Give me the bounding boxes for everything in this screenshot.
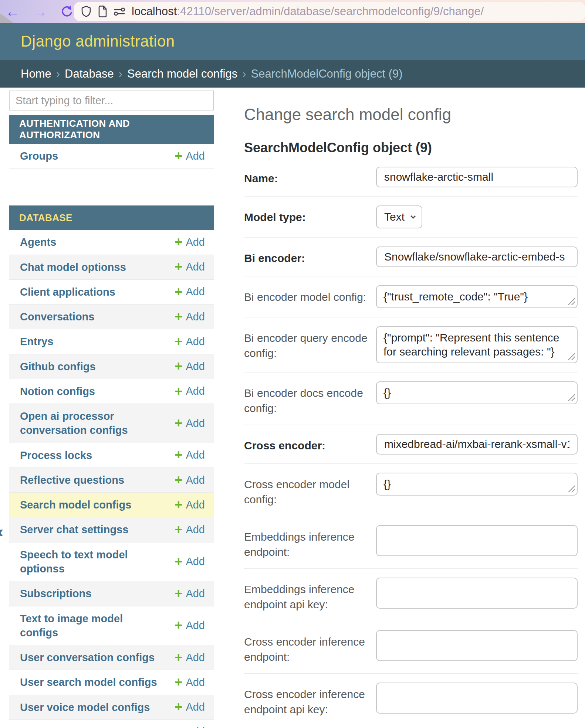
sidebar-item-groups[interactable]: Groups + Add — [9, 144, 214, 169]
sidebar-item-label[interactable]: Server chat settingss — [20, 523, 128, 537]
add-open-ai-processor-conversation-configs-button[interactable]: + Add — [175, 417, 205, 429]
forward-button[interactable]: → — [33, 4, 47, 19]
sidebar-item-user-conversation-configs[interactable]: User conversation configs + Add — [9, 645, 214, 670]
bi-encoder-model-config-textarea[interactable]: {"trust_remote_code": "True"} — [376, 285, 578, 308]
plus-icon: + — [175, 312, 182, 322]
field-row-bi-encoder-model-config: Bi encoder model config: {"trust_remote_… — [244, 276, 578, 317]
breadcrumb-search-model-configs[interactable]: Search model configs — [127, 67, 237, 81]
cross-encoder-inference-endpoint-input[interactable] — [376, 630, 578, 661]
sidebar-item-label[interactable]: Text to image model configs — [20, 612, 160, 640]
sidebar-item-label[interactable]: Users — [20, 725, 50, 728]
name-input[interactable] — [376, 167, 578, 187]
add-entrys-button[interactable]: + Add — [175, 336, 205, 348]
sidebar-item-github-configs[interactable]: Github configs + Add — [9, 354, 214, 379]
sidebar-item-notion-configs[interactable]: Notion configs + Add — [9, 379, 214, 404]
sidebar-item-label[interactable]: Process locks — [20, 448, 92, 462]
plus-icon: + — [175, 702, 182, 712]
plus-icon: + — [175, 727, 182, 728]
page-title: Change search model config — [244, 105, 578, 124]
add-text-to-image-model-configs-button[interactable]: + Add — [175, 619, 205, 632]
add-users-button[interactable]: + Add — [175, 726, 205, 728]
sidebar-item-label[interactable]: Notion configs — [20, 384, 95, 398]
sidebar-item-label[interactable]: Subscriptions — [20, 586, 91, 601]
plus-icon: + — [175, 588, 182, 599]
sidebar-collapse-toggle[interactable]: ‹ — [0, 523, 3, 540]
sidebar-item-chat-model-optionss[interactable]: Chat model optionss + Add — [9, 255, 214, 280]
sidebar-item-label[interactable]: User search model configs — [20, 675, 157, 689]
cross-encoder-model-config-textarea[interactable]: {} — [376, 473, 578, 496]
sidebar-item-label[interactable]: Search model configs — [20, 498, 131, 512]
embeddings-inference-endpoint-input[interactable] — [376, 525, 578, 556]
sidebar-item-users[interactable]: Users + Add — [9, 720, 214, 728]
sidebar-item-reflective-questions[interactable]: Reflective questions + Add — [9, 468, 214, 493]
add-reflective-questions-button[interactable]: + Add — [175, 474, 205, 486]
sidebar-item-text-to-image-model-configs[interactable]: Text to image model configs + Add — [9, 606, 214, 646]
plus-icon: + — [175, 524, 182, 535]
sidebar-item-label[interactable]: User conversation configs — [20, 650, 155, 664]
section-header-auth: AUTHENTICATION AND AUTHORIZATION — [9, 115, 214, 144]
sidebar-item-label[interactable]: Conversations — [20, 310, 94, 324]
sidebar-item-client-applications[interactable]: Client applications + Add — [9, 280, 214, 305]
plus-icon: + — [175, 237, 182, 248]
add-notion-configs-button[interactable]: + Add — [175, 385, 205, 397]
add-conversations-button[interactable]: + Add — [175, 311, 205, 323]
add-search-model-configs-button[interactable]: + Add — [175, 499, 205, 511]
sidebar-item-label[interactable]: Groups — [20, 149, 58, 163]
add-groups-button[interactable]: + Add — [175, 150, 205, 162]
sidebar-item-label[interactable]: Github configs — [20, 360, 96, 374]
url-bar[interactable]: localhost:42110/server/admin/database/se… — [74, 2, 585, 21]
field-row-model-type: Model type: Text — [244, 197, 578, 238]
add-user-voice-model-configs-button[interactable]: + Add — [175, 701, 205, 713]
sidebar-item-user-voice-model-configs[interactable]: User voice model configs + Add — [9, 695, 214, 720]
add-server-chat-settingss-button[interactable]: + Add — [175, 524, 205, 536]
breadcrumb-separator: › — [56, 67, 60, 81]
back-button[interactable]: ← — [5, 4, 20, 19]
url-text[interactable]: localhost:42110/server/admin/database/se… — [132, 5, 484, 18]
refresh-button[interactable] — [60, 4, 74, 18]
cross-encoder-inference-endpoint-api-key-input[interactable] — [376, 683, 578, 714]
sidebar-item-speech-to-text-model-optionss[interactable]: Speech to text model optionss + Add — [9, 542, 214, 582]
breadcrumb-database[interactable]: Database — [65, 67, 114, 81]
cross-encoder-input[interactable] — [376, 434, 578, 455]
sidebar-item-process-locks[interactable]: Process locks + Add — [9, 443, 214, 468]
add-process-locks-button[interactable]: + Add — [175, 449, 205, 461]
sidebar-item-server-chat-settingss[interactable]: Server chat settingss + Add — [9, 517, 214, 542]
sidebar-item-entrys[interactable]: Entrys + Add — [9, 329, 214, 354]
add-speech-to-text-model-optionss-button[interactable]: + Add — [175, 555, 205, 568]
sidebar-filter-input[interactable] — [9, 91, 214, 110]
sidebar-item-subscriptions[interactable]: Subscriptions + Add — [9, 581, 214, 606]
sidebar-item-label[interactable]: Agents — [20, 235, 56, 249]
sidebar-item-search-model-configs[interactable]: Search model configs + Add — [9, 493, 214, 517]
app-title[interactable]: Django administration — [21, 33, 175, 50]
sidebar-item-conversations[interactable]: Conversations + Add — [9, 305, 214, 329]
sidebar-item-label[interactable]: Open ai processor conversation configs — [20, 409, 160, 438]
embeddings-inference-endpoint-api-key-input[interactable] — [376, 578, 578, 609]
sidebar-item-label[interactable]: User voice model configs — [20, 700, 150, 714]
add-user-search-model-configs-button[interactable]: + Add — [175, 676, 205, 688]
browser-toolbar: ← → local — [0, 0, 585, 23]
add-subscriptions-button[interactable]: + Add — [175, 588, 205, 600]
site-settings-toggle-icon[interactable] — [113, 6, 126, 17]
add-chat-model-optionss-button[interactable]: + Add — [175, 261, 205, 273]
field-label: Cross encoder inference endpoint api key… — [244, 683, 376, 717]
sidebar-item-open-ai-processor-conversation-configs[interactable]: Open ai processor conversation configs +… — [9, 404, 214, 443]
add-github-configs-button[interactable]: + Add — [175, 360, 205, 372]
breadcrumb-home[interactable]: Home — [21, 67, 51, 81]
add-client-applications-button[interactable]: + Add — [175, 286, 205, 298]
add-user-conversation-configs-button[interactable]: + Add — [175, 652, 205, 664]
bi-encoder-query-encode-config-textarea[interactable]: {"prompt": "Represent this sentence for … — [376, 326, 578, 363]
sidebar-item-label[interactable]: Speech to text model optionss — [20, 548, 160, 576]
bi-encoder-input[interactable] — [376, 246, 578, 267]
add-agents-button[interactable]: + Add — [175, 236, 205, 248]
document-icon[interactable] — [98, 6, 107, 17]
sidebar-item-label[interactable]: Entrys — [20, 334, 53, 348]
sidebar-item-user-search-model-configs[interactable]: User search model configs + Add — [9, 670, 214, 695]
sidebar-item-label[interactable]: Client applications — [20, 285, 115, 299]
sidebar-item-label[interactable]: Chat model optionss — [20, 260, 126, 274]
field-label: Bi encoder query encode config: — [244, 326, 376, 361]
sidebar-item-agents[interactable]: Agents + Add — [9, 230, 214, 255]
bi-encoder-docs-encode-config-textarea[interactable]: {} — [376, 381, 578, 404]
shield-icon[interactable] — [81, 6, 92, 17]
sidebar-item-label[interactable]: Reflective questions — [20, 473, 124, 487]
model-type-select[interactable]: Text — [376, 205, 422, 228]
